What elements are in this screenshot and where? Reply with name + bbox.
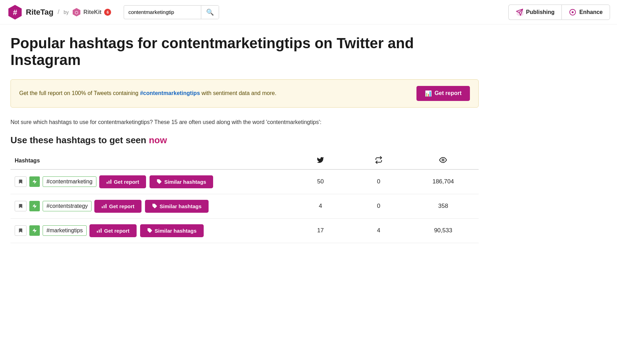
svg-point-5 — [572, 11, 574, 13]
similar-hashtags-button-0[interactable]: Similar hashtags — [150, 175, 213, 188]
col-views — [408, 153, 479, 169]
get-report-button-0[interactable]: Get report — [99, 175, 146, 188]
bookmark-icon — [18, 228, 23, 233]
similar-hashtags-button-1[interactable]: Similar hashtags — [145, 200, 209, 213]
tag-icon-0 — [157, 179, 162, 184]
bar-chart-icon: 📊 — [425, 90, 432, 97]
ritekit-hex-icon: ⬡ — [72, 7, 81, 17]
retweet-count-2: 4 — [349, 218, 407, 243]
bookmark-button-1[interactable] — [15, 201, 27, 211]
logo-divider: / — [58, 8, 59, 16]
bar-chart-icon-1 — [101, 203, 107, 209]
twitter-count-1: 4 — [291, 194, 349, 218]
bookmark-button-0[interactable] — [15, 176, 27, 187]
banner-text-after: with sentiment data and more. — [202, 90, 276, 96]
hashtag-text-2: #marketingtips — [43, 225, 87, 236]
lightning-icon — [32, 228, 37, 233]
svg-text:⬡: ⬡ — [75, 10, 78, 15]
bookmark-icon — [18, 203, 23, 209]
section-title-now: now — [149, 135, 167, 145]
svg-rect-13 — [106, 204, 107, 208]
enhance-button[interactable]: Enhance — [561, 5, 610, 20]
lightning-badge-0 — [29, 176, 40, 187]
tag-icon-1 — [152, 203, 158, 209]
by-text: by — [64, 9, 69, 15]
get-report-button-1[interactable]: Get report — [94, 200, 141, 213]
banner-text: Get the full report on 100% of Tweets co… — [19, 90, 411, 96]
publishing-button[interactable]: Publishing — [508, 5, 562, 20]
table-row: #marketingtips Get report Similar has — [10, 218, 479, 243]
hashtag-text-1: #contentstrategy — [43, 201, 92, 211]
hashtags-table: Hashtags — [10, 153, 479, 243]
svg-rect-19 — [99, 230, 100, 233]
header: # RiteTag / by ⬡ RiteKit 6 🔍 — [0, 0, 617, 24]
retweet-icon — [375, 156, 383, 164]
svg-rect-9 — [108, 181, 109, 184]
twitter-count-2: 17 — [291, 218, 349, 243]
lightning-icon — [32, 179, 37, 184]
section-title: Use these hashtags to get seen now — [10, 135, 479, 146]
svg-rect-15 — [102, 206, 103, 208]
retweet-count-1: 0 — [349, 194, 407, 218]
similar-hashtags-button-2[interactable]: Similar hashtags — [140, 224, 204, 237]
banner-hashtag-link[interactable]: #contentmarketingtips — [140, 90, 200, 96]
action-btns-1: Get report Similar hashtags — [94, 200, 209, 213]
banner-text-before: Get the full report on 100% of Tweets co… — [19, 90, 138, 96]
svg-point-6 — [442, 159, 444, 161]
bar-chart-icon-0 — [106, 179, 112, 184]
search-button[interactable]: 🔍 — [201, 6, 219, 19]
svg-rect-18 — [101, 228, 102, 233]
hashtag-cell-1: #contentstrategy Get report Similar h — [10, 194, 291, 218]
hashtag-cell-0: #contentmarketing Get report Similar — [10, 169, 291, 194]
main-content: Popular hashtags for contentmarketingtip… — [0, 24, 489, 257]
twitter-icon — [317, 156, 324, 164]
publishing-icon — [516, 8, 523, 16]
ritekit-name: RiteKit — [84, 9, 102, 15]
nav-right: Publishing Enhance — [508, 5, 610, 20]
tag-icon-2 — [147, 228, 153, 233]
table-row: #contentmarketing Get report Similar — [10, 169, 479, 194]
logo-name: RiteTag — [26, 8, 53, 17]
table-header-row: Hashtags — [10, 153, 479, 169]
lightning-icon — [32, 203, 37, 209]
svg-text:#: # — [13, 8, 17, 17]
col-twitter — [291, 153, 349, 169]
col-retweet — [349, 153, 407, 169]
svg-marker-12 — [32, 204, 37, 208]
views-count-2: 90,533 — [408, 218, 479, 243]
logo-area: # RiteTag / by ⬡ RiteKit 6 — [7, 4, 111, 20]
twitter-count-0: 50 — [291, 169, 349, 194]
get-report-button-2[interactable]: Get report — [89, 224, 137, 237]
bookmark-icon — [18, 179, 23, 184]
hashtag-text-0: #contentmarketing — [43, 176, 96, 187]
lightning-badge-2 — [29, 225, 40, 236]
description-text: Not sure which hashtags to use for conte… — [10, 118, 479, 126]
action-btns-0: Get report Similar hashtags — [99, 175, 213, 188]
col-hashtags: Hashtags — [10, 153, 291, 169]
publishing-label: Publishing — [526, 9, 555, 15]
logo-hex-icon: # — [7, 4, 23, 20]
ritekit-area: ⬡ RiteKit 6 — [72, 7, 111, 17]
svg-marker-17 — [32, 228, 37, 233]
hashtag-cell-2: #marketingtips Get report Similar has — [10, 218, 291, 243]
section-title-prefix: Use these hashtags to get seen — [10, 135, 149, 145]
bookmark-button-2[interactable] — [15, 225, 27, 236]
banner-get-report-button[interactable]: 📊 Get report — [416, 86, 470, 101]
search-input[interactable] — [124, 6, 201, 18]
svg-rect-10 — [107, 182, 108, 184]
bar-chart-icon-2 — [96, 228, 102, 233]
page-title: Popular hashtags for contentmarketingtip… — [10, 35, 479, 69]
enhance-label: Enhance — [579, 9, 603, 15]
lightning-badge-1 — [29, 201, 40, 211]
table-row: #contentstrategy Get report Similar h — [10, 194, 479, 218]
views-count-0: 186,704 — [408, 169, 479, 194]
svg-rect-14 — [104, 205, 105, 208]
search-icon: 🔍 — [206, 9, 214, 16]
retweet-count-0: 0 — [349, 169, 407, 194]
search-area: 🔍 — [124, 5, 219, 19]
report-banner: Get the full report on 100% of Tweets co… — [10, 79, 479, 108]
svg-marker-7 — [32, 179, 37, 184]
svg-rect-20 — [97, 231, 98, 233]
enhance-icon — [569, 8, 576, 16]
svg-rect-8 — [110, 180, 111, 184]
